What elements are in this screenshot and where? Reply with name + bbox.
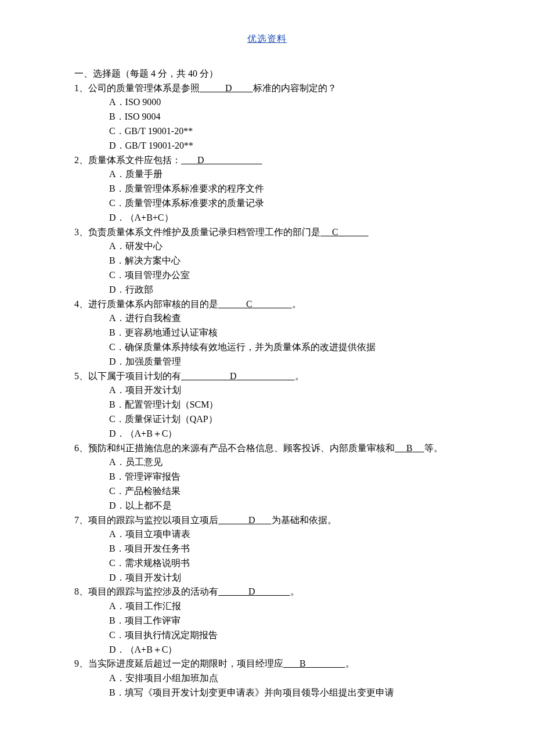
q4-post: 。 bbox=[292, 299, 301, 309]
q1-answer: D bbox=[225, 83, 232, 93]
q3-pre: 3、负责质量体系文件维护及质量记录归档管理工作的部门是 bbox=[74, 227, 320, 237]
q8-option-a: A．项目工作汇报 bbox=[109, 599, 488, 614]
page-header-title: 优选资料 bbox=[247, 34, 287, 44]
q4-blank2 bbox=[252, 299, 292, 309]
q2-option-c: C．质量管理体系标准要求的质量记录 bbox=[109, 196, 488, 211]
question-4-stem: 4、进行质量体系内部审核的目的是 C 。 bbox=[74, 297, 488, 312]
q9-answer: B bbox=[300, 658, 306, 668]
q5-option-c: C．质量保证计划（QAP） bbox=[109, 412, 488, 427]
question-5-options: A．项目开发计划 B．配置管理计划（SCM） C．质量保证计划（QAP） D．（… bbox=[74, 383, 488, 441]
q2-option-d: D．（A+B+C） bbox=[109, 211, 488, 225]
q5-option-d: D．（A+B＋C） bbox=[109, 427, 488, 441]
q7-option-a: A．项目立项申请表 bbox=[109, 527, 488, 542]
q1-post: 标准的内容制定的？ bbox=[253, 83, 337, 93]
q1-option-a: A．ISO 9000 bbox=[109, 95, 488, 110]
q7-pre: 7、项目的跟踪与监控以项目立项后 bbox=[74, 515, 218, 525]
q2-blank2 bbox=[204, 155, 262, 165]
q6-pre: 6、预防和纠正措施信息的来源有产品不合格信息、顾客投诉、内部质量审核和 bbox=[74, 443, 395, 453]
q1-blank1 bbox=[200, 83, 225, 93]
q6-answer: B bbox=[406, 443, 413, 453]
page-header: 优选资料 bbox=[0, 0, 534, 67]
q8-blank1 bbox=[218, 586, 248, 596]
q8-option-b: B．项目工作评审 bbox=[109, 614, 488, 628]
q3-option-b: B．解决方案中心 bbox=[109, 254, 488, 268]
q7-answer: D bbox=[248, 515, 255, 525]
q9-option-b: B．填写《项目开发计划变更申请表》并向项目领导小组提出变更申请 bbox=[109, 686, 488, 700]
question-1-options: A．ISO 9000 B．ISO 9004 C．GB/T 19001-20** … bbox=[74, 95, 488, 153]
q9-post: 。 bbox=[345, 658, 355, 668]
q2-option-b: B．质量管理体系标准要求的程序文件 bbox=[109, 182, 488, 196]
q8-option-d: D．（A+B＋C） bbox=[109, 643, 488, 657]
q9-option-a: A．安排项目小组加班加点 bbox=[109, 671, 488, 686]
q6-blank2 bbox=[413, 443, 424, 453]
q1-option-b: B．ISO 9004 bbox=[109, 110, 488, 124]
question-8-stem: 8、项目的跟踪与监控涉及的活动有 D 。 bbox=[74, 585, 488, 599]
q5-option-b: B．配置管理计划（SCM） bbox=[109, 398, 488, 412]
q1-blank2 bbox=[232, 83, 253, 93]
q1-pre: 1、公司的质量管理体系是参照 bbox=[74, 83, 200, 93]
question-7-stem: 7、项目的跟踪与监控以项目立项后 D 为基础和依据。 bbox=[74, 513, 488, 528]
q6-option-a: A．员工意见 bbox=[109, 455, 488, 470]
q3-option-a: A．研发中心 bbox=[109, 239, 488, 254]
q7-blank1 bbox=[218, 515, 248, 525]
q3-answer: C bbox=[332, 227, 338, 237]
q6-post: 等。 bbox=[424, 443, 443, 453]
question-6: 6、预防和纠正措施信息的来源有产品不合格信息、顾客投诉、内部质量审核和 B 等。… bbox=[74, 441, 488, 513]
q6-blank1 bbox=[395, 443, 406, 453]
q3-blank1 bbox=[320, 227, 332, 237]
q1-option-c: C．GB/T 19001-20** bbox=[109, 124, 488, 139]
question-9-options: A．安排项目小组加班加点 B．填写《项目开发计划变更申请表》并向项目领导小组提出… bbox=[74, 671, 488, 700]
q5-blank2 bbox=[237, 371, 295, 381]
question-4-options: A．进行自我检查 B．更容易地通过认证审核 C．确保质量体系持续有效地运行，并为… bbox=[74, 311, 488, 369]
q1-option-d: D．GB/T 19001-20** bbox=[109, 139, 488, 153]
question-8-options: A．项目工作汇报 B．项目工作评审 C．项目执行情况定期报告 D．（A+B＋C） bbox=[74, 599, 488, 657]
question-6-stem: 6、预防和纠正措施信息的来源有产品不合格信息、顾客投诉、内部质量审核和 B 等。 bbox=[74, 441, 488, 456]
question-3: 3、负责质量体系文件维护及质量记录归档管理工作的部门是 C A．研发中心 B．解… bbox=[74, 225, 488, 297]
question-3-options: A．研发中心 B．解决方案中心 C．项目管理办公室 D．行政部 bbox=[74, 239, 488, 297]
q4-pre: 4、进行质量体系内部审核的目的是 bbox=[74, 299, 218, 309]
q4-blank1 bbox=[218, 299, 246, 309]
q3-option-d: D．行政部 bbox=[109, 283, 488, 297]
question-5-stem: 5、以下属于项目计划的有 D 。 bbox=[74, 369, 488, 384]
q2-option-a: A．质量手册 bbox=[109, 167, 488, 182]
q5-answer: D bbox=[230, 371, 237, 381]
question-4: 4、进行质量体系内部审核的目的是 C 。 A．进行自我检查 B．更容易地通过认证… bbox=[74, 297, 488, 369]
q2-blank1 bbox=[181, 155, 197, 165]
question-3-stem: 3、负责质量体系文件维护及质量记录归档管理工作的部门是 C bbox=[74, 225, 488, 240]
section-title: 一、选择题（每题 4 分，共 40 分） bbox=[74, 67, 488, 81]
q8-answer: D bbox=[248, 586, 255, 596]
question-6-options: A．员工意见 B．管理评审报告 C．产品检验结果 D．以上都不是 bbox=[74, 455, 488, 513]
question-7-options: A．项目立项申请表 B．项目开发任务书 C．需求规格说明书 D．项目开发计划 bbox=[74, 527, 488, 585]
exam-content: 一、选择题（每题 4 分，共 40 分） 1、公司的质量管理体系是参照 D 标准… bbox=[0, 67, 534, 700]
q6-option-b: B．管理评审报告 bbox=[109, 470, 488, 484]
question-1: 1、公司的质量管理体系是参照 D 标准的内容制定的？ A．ISO 9000 B．… bbox=[74, 81, 488, 153]
q4-option-d: D．加强质量管理 bbox=[109, 355, 488, 369]
q4-option-a: A．进行自我检查 bbox=[109, 311, 488, 326]
q2-pre: 2、质量体系文件应包括： bbox=[74, 155, 181, 165]
q5-pre: 5、以下属于项目计划的有 bbox=[74, 371, 181, 381]
q5-post: 。 bbox=[295, 371, 304, 381]
q4-option-c: C．确保质量体系持续有效地运行，并为质量体系的改进提供依据 bbox=[109, 340, 488, 355]
q8-post: 。 bbox=[290, 586, 300, 596]
question-9-stem: 9、当实际进度延后超过一定的期限时，项目经理应 B 。 bbox=[74, 657, 488, 671]
question-8: 8、项目的跟踪与监控涉及的活动有 D 。 A．项目工作汇报 B．项目工作评审 C… bbox=[74, 585, 488, 657]
q3-option-c: C．项目管理办公室 bbox=[109, 268, 488, 283]
q7-option-b: B．项目开发任务书 bbox=[109, 542, 488, 556]
q6-option-c: C．产品检验结果 bbox=[109, 484, 488, 499]
q7-option-c: C．需求规格说明书 bbox=[109, 556, 488, 571]
q9-blank2 bbox=[306, 658, 345, 668]
q4-answer: C bbox=[246, 299, 252, 309]
q7-blank2 bbox=[255, 515, 272, 525]
q9-blank1 bbox=[283, 658, 300, 668]
q5-blank1 bbox=[181, 371, 230, 381]
q8-pre: 8、项目的跟踪与监控涉及的活动有 bbox=[74, 586, 218, 596]
q4-option-b: B．更容易地通过认证审核 bbox=[109, 326, 488, 340]
q8-blank2 bbox=[255, 586, 290, 596]
question-2-options: A．质量手册 B．质量管理体系标准要求的程序文件 C．质量管理体系标准要求的质量… bbox=[74, 167, 488, 225]
question-5: 5、以下属于项目计划的有 D 。 A．项目开发计划 B．配置管理计划（SCM） … bbox=[74, 369, 488, 441]
question-7: 7、项目的跟踪与监控以项目立项后 D 为基础和依据。 A．项目立项申请表 B．项… bbox=[74, 513, 488, 585]
question-2-stem: 2、质量体系文件应包括： D bbox=[74, 153, 488, 168]
q7-post: 为基础和依据。 bbox=[272, 515, 337, 525]
question-1-stem: 1、公司的质量管理体系是参照 D 标准的内容制定的？ bbox=[74, 81, 488, 96]
question-9: 9、当实际进度延后超过一定的期限时，项目经理应 B 。 A．安排项目小组加班加点… bbox=[74, 657, 488, 700]
